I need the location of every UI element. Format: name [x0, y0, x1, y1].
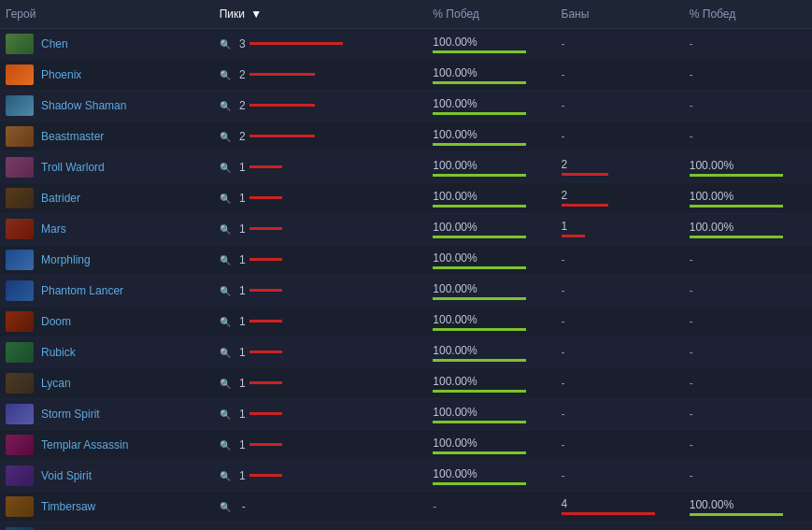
hero-name[interactable]: Rubick: [41, 346, 76, 359]
hero-name[interactable]: Templar Assassin: [41, 438, 128, 451]
hero-name[interactable]: Shadow Shaman: [41, 99, 126, 112]
search-icon[interactable]: 🔍: [220, 286, 231, 296]
hero-name[interactable]: Batrider: [41, 192, 80, 205]
picks-value: 1: [235, 408, 246, 421]
winrate1-bar: [433, 174, 517, 177]
col-header-winrate2[interactable]: % Побед: [684, 0, 812, 29]
hero-name[interactable]: Timbersaw: [41, 500, 95, 513]
search-icon[interactable]: 🔍: [220, 348, 231, 358]
hero-name[interactable]: Lycan: [41, 377, 71, 390]
hero-name[interactable]: Chen: [41, 37, 68, 50]
search-icon[interactable]: 🔍: [220, 132, 231, 142]
winrate1-cell: 100.00%: [427, 276, 555, 307]
picks-cell: 🔍 3: [214, 29, 428, 60]
hero-avatar: [6, 219, 34, 239]
picks-bar: [249, 474, 334, 478]
winrate1-bar: [433, 328, 517, 331]
hero-name[interactable]: Troll Warlord: [41, 161, 105, 174]
picks-bar: [249, 443, 334, 447]
winrate1-bar: [433, 482, 517, 485]
hero-avatar: [6, 280, 34, 301]
search-icon[interactable]: 🔍: [220, 502, 231, 512]
picks-cell: 🔍 1: [214, 214, 428, 245]
winrate2-bar: [690, 513, 774, 516]
search-icon[interactable]: 🔍: [220, 440, 231, 451]
picks-cell: 🔍 1: [214, 245, 428, 276]
picks-bar-container: 1: [235, 284, 334, 297]
picks-cell: 🔍 -: [214, 492, 428, 523]
winrate1-cell: 100.00%: [427, 152, 555, 183]
winrate2-value: 100.00%: [690, 221, 806, 234]
search-icon[interactable]: 🔍: [220, 255, 231, 265]
bans-cell: -: [556, 307, 684, 337]
winrate1-cell: 100.00%: [427, 307, 555, 337]
hero-name[interactable]: Mars: [41, 222, 66, 236]
search-icon[interactable]: 🔍: [220, 163, 231, 173]
col-header-winrate1[interactable]: % Побед: [427, 0, 555, 29]
hero-avatar: [6, 157, 34, 178]
col-header-picks[interactable]: Пики ▼: [214, 0, 428, 29]
picks-cell: 🔍 1: [214, 430, 428, 461]
hero-name[interactable]: Void Spirit: [41, 469, 92, 482]
hero-name[interactable]: Phantom Lancer: [41, 284, 123, 297]
search-icon[interactable]: 🔍: [220, 379, 231, 389]
winrate1-value: 100.00%: [433, 467, 549, 480]
winrate1-bar: [433, 390, 517, 393]
winrate1-with-bar: 100.00%: [433, 66, 549, 84]
bans-with-bar: 1: [562, 220, 678, 238]
search-icon[interactable]: 🔍: [220, 317, 231, 327]
search-icon[interactable]: 🔍: [220, 193, 231, 204]
picks-bar-container: 1: [235, 192, 334, 205]
bans-cell: -: [556, 29, 684, 60]
search-icon[interactable]: 🔍: [220, 471, 231, 481]
winrate1-value: 100.00%: [433, 159, 549, 172]
winrate2-cell: 100.00%: [684, 492, 812, 523]
bans-dash: -: [562, 37, 565, 50]
winrate1-bar: [433, 205, 517, 208]
hero-name[interactable]: Doom: [41, 315, 71, 328]
winrate1-value: 100.00%: [433, 221, 549, 234]
table-row: Timbersaw 🔍 - - 4 100.00%: [0, 492, 812, 523]
bans-cell: -: [556, 245, 684, 276]
picks-bar: [249, 381, 334, 385]
search-icon[interactable]: 🔍: [220, 70, 231, 80]
winrate2-cell: -: [684, 307, 812, 337]
picks-cell: 🔍 1: [214, 337, 428, 368]
winrate1-cell: 100.00%: [427, 60, 555, 91]
winrate1-bar: [433, 421, 517, 423]
bans-dash: -: [562, 346, 565, 359]
bans-cell: -: [556, 337, 684, 368]
winrate1-with-bar: 100.00%: [433, 97, 549, 115]
hero-name[interactable]: Storm Spirit: [41, 408, 100, 421]
picks-cell: 🔍 1: [214, 399, 428, 430]
hero-name[interactable]: Morphling: [41, 253, 91, 266]
picks-bar: [249, 165, 334, 169]
hero-avatar: [6, 64, 34, 85]
bans-cell: -: [556, 276, 684, 307]
picks-bar: [249, 320, 334, 323]
winrate1-cell: -: [427, 492, 555, 523]
hero-avatar: [6, 404, 34, 424]
picks-value: 1: [235, 284, 246, 297]
picks-bar: [249, 196, 334, 200]
search-icon[interactable]: 🔍: [220, 224, 231, 235]
winrate2-cell: -: [684, 245, 812, 276]
winrate1-cell: 100.00%: [427, 337, 555, 368]
picks-value: 1: [235, 222, 246, 236]
winrate1-bar: [433, 112, 517, 115]
bans-with-bar: 4: [562, 497, 678, 516]
col-header-hero[interactable]: Герой: [0, 0, 214, 29]
col-header-bans[interactable]: Баны: [556, 0, 684, 29]
hero-cell-templar-assassin: Templar Assassin: [0, 430, 214, 461]
picks-bar: [249, 258, 334, 262]
winrate1-cell: 100.00%: [427, 29, 555, 60]
hero-name[interactable]: Phoenix: [41, 68, 81, 81]
search-icon[interactable]: 🔍: [220, 39, 231, 50]
hero-name[interactable]: Beastmaster: [41, 130, 104, 143]
winrate1-bar: [433, 81, 517, 84]
winrate1-cell: 100.00%: [427, 245, 555, 276]
winrate1-cell: 100.00%: [427, 368, 555, 399]
hero-avatar: [6, 496, 34, 517]
search-icon[interactable]: 🔍: [220, 101, 231, 111]
search-icon[interactable]: 🔍: [220, 409, 231, 420]
